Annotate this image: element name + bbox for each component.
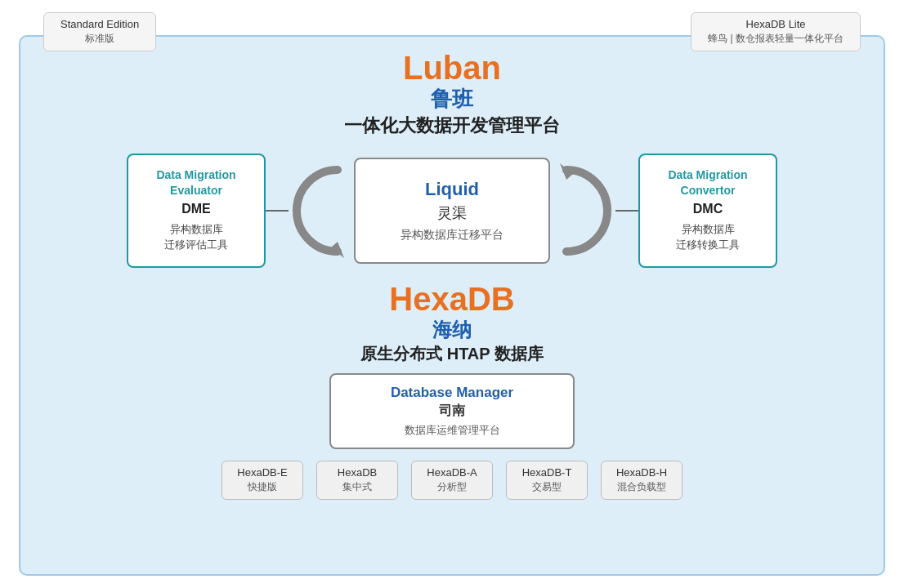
standard-edition-sub: 标准版 [60, 32, 139, 46]
liquid-box: Liquid 灵渠 异构数据库迁移平台 [354, 158, 550, 264]
edition-name-2: HexaDB-A [423, 466, 481, 479]
dmc-title-en: Data Migration Convertor [650, 167, 766, 198]
content-wrapper: Luban 鲁班 一体化大数据开发管理平台 Data Migration Eva… [19, 35, 885, 576]
edition-name-3: HexaDB-T [518, 466, 575, 479]
dme-desc: 异构数据库 迁移评估工具 [164, 221, 228, 253]
dmc-desc: 异构数据库 迁移转换工具 [676, 221, 740, 253]
db-manager-title: Database Manager [347, 385, 557, 401]
edition-box-4: HexaDB-H混合负载型 [601, 461, 682, 500]
hexadb-desc: 原生分布式 HTAP 数据库 [360, 342, 544, 365]
edition-cn-0: 快捷版 [234, 480, 291, 494]
middle-row: Data Migration Evaluator DME 异构数据库 迁移评估工… [19, 154, 885, 268]
liquid-title: Liquid [425, 179, 479, 200]
top-labels: Standard Edition 标准版 HexaDB Lite 蜂鸟 | 数仓… [19, 12, 885, 51]
dmc-code: DMC [693, 202, 723, 216]
edition-box-3: HexaDB-T交易型 [506, 461, 588, 500]
diagram-container: Standard Edition 标准版 HexaDB Lite 蜂鸟 | 数仓… [19, 12, 885, 576]
luban-subtitle: 鲁班 [344, 86, 560, 114]
hexadb-subtitle: 海纳 [360, 317, 544, 342]
edition-name-1: HexaDB [329, 466, 386, 479]
edition-box-0: HexaDB-E快捷版 [222, 461, 303, 500]
edition-name-0: HexaDB-E [234, 466, 291, 479]
bottom-editions: HexaDB-E快捷版HexaDB集中式HexaDB-A分析型HexaDB-T交… [222, 461, 682, 511]
liquid-desc: 异构数据库迁移平台 [401, 228, 503, 243]
edition-box-1: HexaDB集中式 [316, 461, 398, 500]
dme-code: DME [181, 202, 211, 216]
circular-arrows-svg [289, 154, 354, 268]
edition-cn-4: 混合负载型 [613, 480, 670, 494]
dmc-box: Data Migration Convertor DMC 异构数据库 迁移转换工… [638, 154, 777, 268]
edition-cn-3: 交易型 [518, 480, 575, 494]
dme-box: Data Migration Evaluator DME 异构数据库 迁移评估工… [127, 154, 266, 268]
hexadb-lite-label: HexaDB Lite 蜂鸟 | 数仓报表轻量一体化平台 [691, 12, 861, 51]
standard-edition-name: Standard Edition [60, 18, 139, 30]
luban-desc: 一体化大数据开发管理平台 [344, 114, 560, 139]
hexadb-section: HexaDB 海纳 原生分布式 HTAP 数据库 [360, 281, 544, 365]
edition-name-4: HexaDB-H [613, 466, 670, 479]
edition-cn-1: 集中式 [329, 480, 386, 494]
db-manager-name-cn: 司南 [347, 403, 557, 420]
edition-cn-2: 分析型 [423, 480, 481, 494]
standard-edition-label: Standard Edition 标准版 [43, 12, 156, 51]
luban-title: Luban [344, 50, 560, 86]
hexadb-title: HexaDB [360, 281, 544, 317]
db-manager-box: Database Manager 司南 数据库运维管理平台 [329, 373, 575, 449]
circular-arrows-right-svg [550, 154, 615, 268]
edition-box-2: HexaDB-A分析型 [411, 461, 493, 500]
hexadb-lite-name: HexaDB Lite [708, 18, 844, 30]
liquid-name-cn: 灵渠 [437, 203, 467, 223]
hexadb-lite-sub: 蜂鸟 | 数仓报表轻量一体化平台 [708, 32, 844, 46]
dme-title-en: Data Migration Evaluator [138, 167, 254, 198]
db-manager-desc: 数据库运维管理平台 [347, 423, 557, 438]
